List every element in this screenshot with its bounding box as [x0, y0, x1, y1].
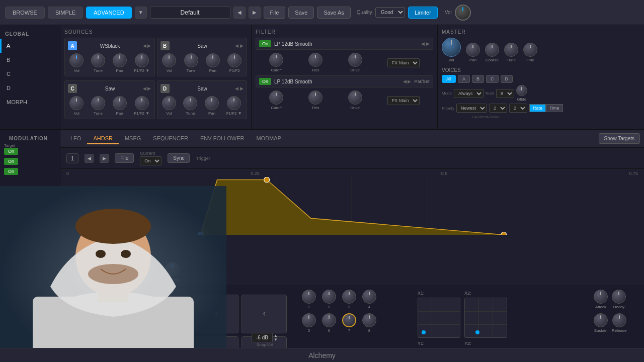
source-d-vol-knob[interactable] — [162, 96, 176, 110]
macro-6-knob[interactable] — [322, 313, 336, 327]
voice-all-button[interactable]: All — [442, 75, 456, 83]
global-item-d[interactable]: D — [0, 81, 60, 95]
source-d-arrows[interactable]: ◀ ▶ — [235, 86, 244, 91]
filter2-drive-knob[interactable] — [348, 90, 362, 105]
prev-preset-button[interactable]: ◀ — [233, 7, 246, 19]
quality-select[interactable]: Good Best — [375, 7, 405, 18]
filter1-cutoff-knob[interactable] — [269, 53, 283, 67]
source-c-tune-knob[interactable] — [91, 96, 105, 110]
source-d-tune-knob[interactable] — [183, 96, 197, 110]
sync-button[interactable]: Sync — [168, 153, 190, 163]
global-item-a[interactable]: A — [0, 39, 60, 53]
down-bend-select[interactable]: 2 — [509, 104, 527, 113]
browse-button[interactable]: BROWSE — [5, 7, 45, 19]
filter2-on-button[interactable]: On — [259, 78, 271, 85]
master-coarse-knob[interactable] — [485, 43, 499, 57]
env-release-knob[interactable] — [166, 262, 180, 276]
source-b-arrows[interactable]: ◀ ▶ — [235, 43, 244, 48]
show-targets-button[interactable]: Show Targets — [599, 133, 640, 144]
pad-4[interactable]: 4 — [242, 295, 287, 333]
voice-b-button[interactable]: B — [472, 75, 484, 83]
saveas-button[interactable]: Save As — [317, 7, 350, 19]
master-pan-knob[interactable] — [466, 43, 480, 57]
vol-knob[interactable] — [455, 5, 471, 21]
env-hold-knob[interactable] — [93, 262, 107, 276]
filter2-cutoff-knob[interactable] — [269, 90, 283, 105]
global-item-b[interactable]: B — [0, 53, 60, 67]
source-a-tune-knob[interactable] — [91, 53, 105, 67]
source-c-vol-knob[interactable] — [69, 96, 84, 110]
mod-on-button-3[interactable]: On — [4, 168, 18, 175]
source-d-f1f2-knob[interactable] — [227, 96, 241, 110]
limiter-button[interactable]: Limiter — [408, 7, 438, 19]
filter1-arrows[interactable]: ◀ ▶ — [421, 41, 430, 46]
env-file-button[interactable]: File — [115, 153, 134, 163]
right-decay-knob[interactable] — [612, 290, 626, 304]
master-fine-knob[interactable] — [523, 43, 537, 57]
voice-d-button[interactable]: D — [501, 75, 513, 83]
env-tab-mseg[interactable]: MSEG — [119, 133, 147, 144]
num-select[interactable]: 8 — [496, 89, 514, 98]
source-b-f1f2-knob[interactable] — [227, 53, 242, 67]
voice-c-button[interactable]: C — [486, 75, 499, 83]
snap-vol-arrows[interactable]: ▲ ▼ — [274, 334, 278, 342]
master-tune-knob[interactable] — [504, 43, 518, 57]
filter1-fx-select[interactable]: FX Main — [387, 58, 420, 67]
macro-8-knob[interactable] — [362, 313, 376, 327]
xy-pad-2[interactable] — [464, 298, 507, 338]
source-c-f1f2-knob[interactable] — [135, 96, 149, 110]
mod-on-button-1[interactable]: On — [4, 148, 18, 155]
filter1-on-button[interactable]: On — [259, 40, 271, 47]
xy1-dot[interactable] — [422, 330, 426, 334]
source-a-vol-knob[interactable] — [69, 53, 84, 67]
env-next-button[interactable]: ▶ — [100, 154, 109, 163]
filter2-arrows[interactable]: ◀ ▶ — [403, 79, 412, 84]
right-attack-knob[interactable] — [594, 290, 608, 304]
global-item-c[interactable]: C — [0, 67, 60, 81]
env-prev-button[interactable]: ◀ — [85, 154, 94, 163]
macro-7-knob[interactable] — [342, 313, 356, 327]
filter1-res-knob[interactable] — [308, 53, 323, 67]
env-attack-knob[interactable] — [68, 262, 83, 276]
macro-3-knob[interactable] — [342, 290, 356, 304]
env-tab-modmap[interactable]: MODMAP — [250, 133, 287, 144]
env-tab-env-follower[interactable]: ENV FOLLOWER — [194, 133, 250, 144]
env-tab-ahdsr[interactable]: AHDSR — [87, 133, 119, 144]
up-bend-select[interactable]: 2 — [489, 104, 507, 113]
filter2-fx-select[interactable]: FX Main — [387, 96, 420, 105]
save-button[interactable]: Save — [288, 7, 314, 19]
source-a-f1f2-knob[interactable] — [135, 53, 149, 67]
env-sustain-knob[interactable] — [141, 262, 155, 276]
macro-2-knob[interactable] — [322, 290, 336, 304]
advanced-button[interactable]: ADVANCED — [86, 7, 131, 19]
source-c-arrows[interactable]: ◀ ▶ — [143, 86, 151, 91]
pad-3[interactable]: 3 — [193, 295, 238, 333]
xy2-dot[interactable] — [475, 330, 479, 334]
rate-button[interactable]: Rate — [529, 104, 546, 112]
filter1-drive-knob[interactable] — [348, 53, 362, 67]
filter2-res-knob[interactable] — [308, 90, 323, 105]
source-b-tune-knob[interactable] — [184, 53, 198, 67]
env-tab-lfo[interactable]: LFO — [64, 133, 87, 144]
source-a-arrows[interactable]: ◀ ▶ — [143, 43, 151, 48]
simple-button[interactable]: SIMPLE — [48, 7, 83, 19]
voice-a-button[interactable]: A — [458, 75, 470, 83]
env-tab-sequencer[interactable]: SEQUENCER — [147, 133, 194, 144]
right-release-knob[interactable] — [612, 313, 626, 327]
env-decay-knob[interactable] — [117, 262, 131, 276]
source-a-pan-knob[interactable] — [113, 53, 127, 67]
glide-knob[interactable] — [516, 85, 527, 96]
next-preset-button[interactable]: ▶ — [249, 7, 261, 19]
xy-pad-1[interactable] — [418, 298, 460, 338]
priority-select[interactable]: Newest — [456, 104, 487, 113]
file-button[interactable]: File — [264, 7, 286, 19]
dropdown-arrow-button[interactable]: ▼ — [135, 7, 147, 19]
time-button[interactable]: Time — [546, 104, 563, 112]
on-select[interactable]: On Off — [140, 156, 162, 165]
right-sustain-knob[interactable] — [594, 313, 608, 327]
source-b-pan-knob[interactable] — [206, 53, 220, 67]
source-b-vol-knob[interactable] — [162, 53, 176, 67]
mod-on-button-2[interactable]: On — [4, 158, 18, 165]
macro-1-knob[interactable] — [302, 290, 316, 304]
source-d-pan-knob[interactable] — [205, 96, 219, 110]
